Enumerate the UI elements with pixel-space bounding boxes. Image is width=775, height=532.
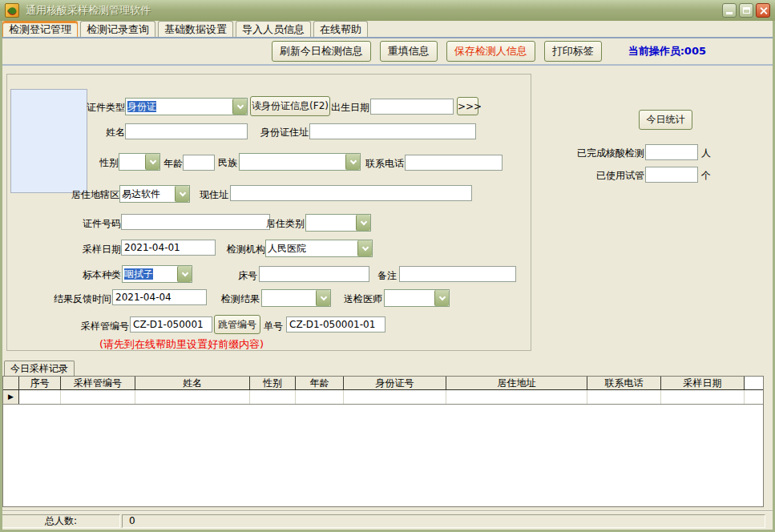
- residence-type-value: [306, 215, 356, 231]
- gender-label: 性别: [77, 155, 119, 171]
- toolbar: 刷新今日检测信息 重填信息 保存检测人信息 打印标签 当前操作员:005: [0, 38, 775, 66]
- result-label: 检测结果: [218, 291, 260, 307]
- close-button[interactable]: [756, 3, 770, 18]
- bed-input[interactable]: [259, 266, 369, 282]
- minimize-button[interactable]: [722, 3, 737, 18]
- id-type-select[interactable]: 身份证: [125, 98, 248, 115]
- refresh-today-button[interactable]: 刷新今日检测信息: [272, 41, 371, 62]
- ethnicity-select[interactable]: [239, 153, 361, 171]
- residence-type-select[interactable]: [305, 214, 371, 232]
- district-select[interactable]: 易达软件: [119, 185, 190, 203]
- titlebar: 通用核酸采样检测管理软件: [0, 0, 775, 21]
- chevron-down-icon[interactable]: [434, 290, 449, 306]
- grid-header-idnumber: 身份证号: [344, 377, 446, 389]
- save-person-button[interactable]: 保存检测人信息: [446, 41, 535, 62]
- grid-header-seq: 序号: [19, 377, 61, 389]
- chevron-down-icon[interactable]: [145, 154, 159, 170]
- result-select[interactable]: [261, 289, 331, 307]
- chevron-down-icon[interactable]: [175, 186, 189, 202]
- app-window: 通用核酸采样检测管理软件 检测登记管理 检测记录查询 基础数据设置 导入人员信息…: [0, 0, 775, 532]
- maximize-icon: [743, 7, 750, 14]
- menu-tab-registration[interactable]: 检测登记管理: [2, 21, 78, 37]
- grid-header-name: 姓名: [135, 377, 250, 389]
- grid-header-date: 采样日期: [661, 377, 745, 389]
- grid-header-row: 序号 采样管编号 姓名 性别 年龄 身份证号 居住地址 联系电话 采样日期: [3, 377, 763, 390]
- name-label: 姓名: [83, 124, 125, 140]
- tab-today-records[interactable]: 今日采样记录: [4, 361, 75, 376]
- org-value: 人民医院: [266, 240, 357, 256]
- org-label: 检测机构: [224, 241, 265, 257]
- tube-number-input[interactable]: [130, 316, 212, 332]
- specimen-select[interactable]: 咽拭子: [122, 265, 192, 283]
- gender-select[interactable]: [119, 153, 160, 171]
- completed-tests-unit: 人: [701, 145, 711, 161]
- minimize-icon: [726, 12, 733, 14]
- chevron-down-icon[interactable]: [356, 215, 370, 231]
- completed-tests-label: 已完成核酸检测: [571, 145, 644, 161]
- refill-info-button[interactable]: 重填信息: [380, 41, 438, 62]
- total-count-label: 总人数:: [2, 514, 120, 528]
- menu-tab-online-help[interactable]: 在线帮助: [313, 21, 368, 37]
- today-stats-button[interactable]: 今日统计: [639, 110, 692, 130]
- order-number-input[interactable]: [286, 316, 385, 332]
- chevron-down-icon[interactable]: [357, 240, 372, 256]
- maximize-button[interactable]: [739, 3, 753, 18]
- used-tubes-label: 已使用试管: [596, 167, 644, 183]
- menu-tab-import-persons[interactable]: 导入人员信息: [236, 21, 311, 37]
- id-address-input[interactable]: [309, 123, 476, 139]
- grid-header-selector: [3, 377, 19, 389]
- grid-header-tube: 采样管编号: [61, 377, 135, 389]
- doctor-label: 送检医师: [341, 291, 382, 307]
- sampling-date-input[interactable]: [121, 240, 216, 256]
- feedback-time-input[interactable]: [112, 289, 207, 305]
- row-marker-icon: ▶: [3, 390, 19, 404]
- used-tubes-input[interactable]: [645, 167, 698, 183]
- read-id-card-button[interactable]: 读身份证信息(F2): [250, 96, 330, 116]
- chevron-down-icon[interactable]: [232, 99, 247, 115]
- district-label: 居住地辖区: [70, 187, 119, 203]
- doctor-value: [385, 290, 434, 306]
- birth-date-label: 出生日期: [331, 99, 369, 115]
- doctor-select[interactable]: [384, 289, 450, 307]
- more-dates-button[interactable]: >>>: [457, 97, 478, 115]
- menu-tab-record-query[interactable]: 检测记录查询: [80, 21, 155, 37]
- age-input[interactable]: [183, 155, 215, 171]
- name-input[interactable]: [125, 123, 248, 139]
- window-title: 通用核酸采样检测管理软件: [26, 3, 151, 18]
- district-value: 易达软件: [120, 186, 175, 202]
- feedback-time-label: 结果反馈时间: [50, 291, 111, 307]
- menu-tab-base-data[interactable]: 基础数据设置: [158, 21, 233, 37]
- photo-placeholder: [10, 89, 87, 193]
- ethnicity-value: [240, 154, 345, 170]
- remark-input[interactable]: [399, 266, 516, 282]
- print-label-button[interactable]: 打印标签: [544, 41, 602, 62]
- org-select[interactable]: 人民医院: [265, 240, 373, 257]
- ethnicity-label: 民族: [215, 155, 237, 171]
- chevron-down-icon[interactable]: [316, 290, 330, 306]
- skip-tube-button[interactable]: 跳管编号: [214, 315, 260, 334]
- birth-date-input[interactable]: [370, 99, 454, 115]
- window-border-left: [0, 21, 2, 532]
- id-number-label: 证件号码: [79, 216, 121, 232]
- grid-empty-row[interactable]: ▶: [3, 390, 763, 405]
- age-label: 年龄: [160, 155, 183, 171]
- id-number-input[interactable]: [121, 214, 270, 230]
- total-count-value: 0: [122, 514, 765, 528]
- used-tubes-unit: 个: [701, 167, 711, 183]
- phone-input[interactable]: [405, 155, 503, 171]
- grid-header-address: 居住地址: [446, 377, 587, 389]
- current-address-input[interactable]: [230, 185, 472, 201]
- remark-label: 备注: [374, 268, 397, 284]
- registration-form: 证件类型 身份证 读身份证信息(F2) 出生日期 >>> 姓名 身份证住址 性别…: [6, 74, 531, 351]
- chevron-down-icon[interactable]: [177, 266, 192, 282]
- chevron-down-icon[interactable]: [345, 154, 360, 170]
- residence-type-label: 居住类别: [263, 216, 305, 232]
- grid-header-phone: 联系电话: [587, 377, 661, 389]
- prefix-setup-note: (请先到在线帮助里设置好前缀内容): [99, 337, 264, 352]
- sampling-date-label: 采样日期: [79, 241, 121, 257]
- specimen-label: 标本种类: [79, 267, 121, 283]
- specimen-value: 咽拭子: [124, 268, 153, 280]
- tube-number-label: 采样管编号: [79, 318, 129, 334]
- id-address-label: 身份证住址: [251, 124, 309, 140]
- completed-tests-input[interactable]: [645, 144, 698, 160]
